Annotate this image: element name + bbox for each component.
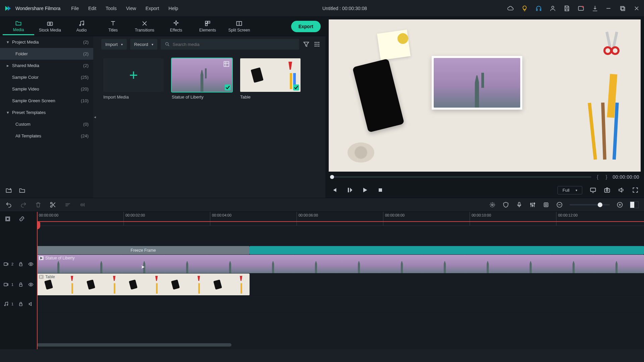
menu-view[interactable]: View (122, 4, 140, 13)
zoom-slider[interactable] (570, 204, 610, 205)
preview-scrub-track[interactable] (330, 176, 591, 178)
video-track-1[interactable]: Table (37, 274, 644, 296)
menu-tools[interactable]: Tools (102, 4, 121, 13)
scrollbar-thumb[interactable] (37, 343, 231, 347)
menu-export[interactable]: Export (142, 4, 163, 13)
track-manager-icon[interactable] (5, 216, 11, 222)
audio-track-1[interactable] (37, 296, 644, 312)
timeline-ruler[interactable]: 00:00:00:00 00:00:02:00 00:00:04:00 00:0… (37, 212, 644, 226)
tab-titles[interactable]: Titles (97, 18, 129, 35)
tab-elements[interactable]: Elements (192, 18, 223, 35)
play-icon[interactable] (362, 187, 368, 193)
minimize-icon[interactable] (605, 5, 612, 12)
fullscreen-icon[interactable] (632, 187, 639, 193)
delete-icon[interactable] (35, 201, 42, 208)
user-icon[interactable] (549, 5, 556, 12)
timeline-main[interactable]: 00:00:00:00 00:00:02:00 00:00:04:00 00:0… (37, 212, 644, 349)
sidebar-item-sample-video[interactable]: Sample Video (20) (0, 83, 93, 95)
folder-icon[interactable] (19, 187, 25, 194)
eye-icon[interactable] (28, 261, 34, 267)
stop-icon[interactable] (377, 187, 384, 193)
media-table[interactable]: Table (240, 58, 301, 100)
track-meta-video2[interactable]: 2 (0, 255, 37, 274)
import-dropdown[interactable]: Import ▾ (101, 39, 127, 50)
table-clip[interactable]: Table (37, 274, 250, 295)
preview-canvas[interactable] (329, 19, 641, 172)
tab-split-screen[interactable]: Split Screen (223, 18, 255, 35)
freeze-frame-clip[interactable]: Freeze Frame (37, 246, 250, 254)
scrub-handle[interactable] (330, 175, 334, 179)
grid-view-icon[interactable] (313, 41, 321, 48)
effect-track[interactable]: Freeze Frame (37, 246, 644, 255)
speed-icon[interactable] (79, 201, 86, 208)
sidebar-item-custom[interactable]: Custom (0) (0, 118, 93, 130)
search-input[interactable] (173, 42, 295, 47)
volume-icon[interactable] (618, 187, 625, 193)
lightbulb-icon[interactable] (521, 5, 528, 12)
lock-icon[interactable] (18, 282, 23, 287)
zoom-fit-toggle[interactable] (630, 201, 639, 208)
cloud-icon[interactable] (507, 5, 514, 12)
filter-icon[interactable] (303, 41, 310, 48)
sidebar-item-preset-templates[interactable]: ▾ Preset Templates (0, 107, 93, 118)
close-icon[interactable] (633, 5, 640, 12)
video-track-2[interactable]: Statue of Liberty ➤ (37, 255, 644, 274)
tab-transitions[interactable]: Transitions (129, 18, 160, 35)
tab-media[interactable]: Media (3, 18, 34, 35)
marker-icon[interactable] (543, 201, 549, 208)
clip-settings-icon[interactable] (223, 60, 230, 68)
sidebar-item-all-templates[interactable]: All Templates (24) (0, 130, 93, 142)
track-meta-audio1[interactable]: 1 (0, 296, 37, 312)
link-icon[interactable] (19, 216, 25, 222)
import-media-tile[interactable]: + Import Media (103, 58, 164, 100)
export-button[interactable]: Export (291, 21, 321, 32)
split-icon[interactable] (50, 201, 56, 208)
crop-icon[interactable] (64, 201, 71, 208)
lock-icon[interactable] (18, 301, 23, 307)
sidebar-collapse-button[interactable]: ◂ (93, 36, 97, 198)
new-folder-icon[interactable] (5, 187, 12, 194)
menu-file[interactable]: File (67, 4, 83, 13)
sidebar-item-sample-color[interactable]: Sample Color (25) (0, 71, 93, 83)
menu-edit[interactable]: Edit (84, 4, 100, 13)
voiceover-icon[interactable] (516, 201, 523, 208)
prev-frame-icon[interactable] (331, 187, 337, 193)
statue-clip[interactable]: Statue of Liberty ➤ (37, 255, 644, 273)
sidebar-item-project-media[interactable]: ▾ Project Media (2) (0, 36, 93, 48)
maximize-icon[interactable] (619, 5, 626, 12)
color-icon[interactable] (489, 201, 496, 208)
mixer-icon[interactable] (529, 201, 536, 208)
sidebar-item-folder[interactable]: Folder (2) (0, 48, 93, 60)
media-statue-of-liberty[interactable]: Statue of Liberty (172, 58, 232, 100)
lock-icon[interactable] (18, 261, 23, 267)
record-dropdown[interactable]: Record ▾ (130, 39, 157, 50)
display-icon[interactable] (590, 187, 596, 193)
shield-icon[interactable] (502, 201, 509, 208)
redo-icon[interactable] (20, 201, 27, 208)
mute-icon[interactable] (28, 301, 34, 307)
message-icon[interactable] (578, 5, 584, 12)
sidebar-item-sample-green[interactable]: Sample Green Screen (10) (0, 95, 93, 107)
tab-effects[interactable]: Effects (160, 18, 192, 35)
tab-audio[interactable]: Audio (66, 18, 97, 35)
mark-out-icon[interactable]: } (604, 174, 609, 180)
tab-stock-media[interactable]: Stock Media (34, 18, 66, 35)
zoom-handle[interactable] (598, 202, 602, 207)
mark-in-icon[interactable]: { (595, 174, 600, 180)
preview-quality-dropdown[interactable]: Full ▾ (557, 186, 582, 194)
headphones-icon[interactable] (535, 5, 542, 12)
effect-clip[interactable] (250, 246, 644, 254)
menu-help[interactable]: Help (164, 4, 182, 13)
eye-icon[interactable] (28, 282, 34, 287)
undo-icon[interactable] (5, 201, 12, 208)
timeline-h-scrollbar[interactable] (37, 343, 644, 348)
playhead[interactable] (37, 212, 38, 349)
zoom-in-icon[interactable] (616, 201, 623, 208)
snapshot-icon[interactable] (604, 187, 610, 193)
play-pause-icon[interactable] (346, 187, 353, 193)
track-meta-video1[interactable]: 1 (0, 274, 37, 296)
search-media-box[interactable] (161, 39, 299, 50)
save-icon[interactable] (564, 5, 570, 12)
download-icon[interactable] (592, 5, 598, 12)
zoom-out-icon[interactable] (556, 201, 563, 208)
